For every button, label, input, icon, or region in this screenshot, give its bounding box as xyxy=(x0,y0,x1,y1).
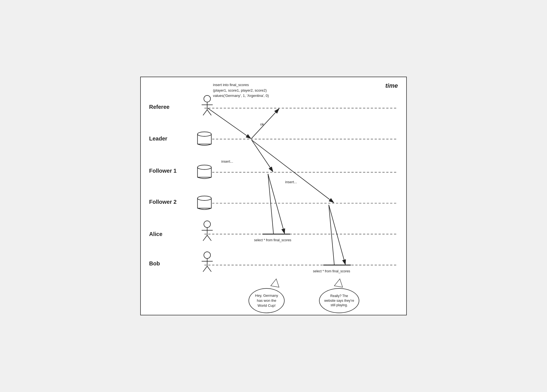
svg-line-20 xyxy=(203,110,207,115)
select-bob-annotation: select * from final_scores xyxy=(313,269,350,273)
follower1-label: Follower 1 xyxy=(149,168,177,174)
svg-rect-22 xyxy=(197,134,211,144)
svg-line-31 xyxy=(203,235,207,241)
svg-point-33 xyxy=(204,252,210,258)
svg-line-37 xyxy=(207,266,211,272)
svg-point-17 xyxy=(204,96,210,102)
insert-query-annotation: insert into final_scores(player1, score1… xyxy=(213,82,269,99)
svg-rect-26 xyxy=(197,198,211,208)
select-alice-annotation: select * from final_scores xyxy=(254,238,291,242)
svg-line-11 xyxy=(268,174,274,234)
follower2-label: Follower 2 xyxy=(149,199,177,205)
svg-line-15 xyxy=(329,205,345,265)
bob-label: Bob xyxy=(149,260,160,267)
svg-rect-24 xyxy=(197,167,211,177)
alice-bubble: Hey, Germanyhas won theWorld Cup! xyxy=(249,288,285,313)
bob-bubble: Really? Thewebsite says they'restill pla… xyxy=(319,288,359,313)
svg-line-32 xyxy=(207,235,211,241)
referee-label: Referee xyxy=(149,104,169,110)
svg-point-28 xyxy=(204,221,210,228)
svg-line-12 xyxy=(268,174,285,233)
svg-point-23 xyxy=(197,132,211,136)
svg-line-36 xyxy=(203,266,207,272)
leader-label: Leader xyxy=(149,135,167,142)
svg-line-14 xyxy=(329,205,334,265)
svg-line-7 xyxy=(208,108,251,138)
ok-annotation: ok xyxy=(260,122,264,126)
svg-point-27 xyxy=(197,196,211,200)
insert-label2: insert... xyxy=(285,180,297,184)
diagram-container: time xyxy=(140,77,407,315)
insert-label1: insert... xyxy=(221,159,233,164)
svg-line-10 xyxy=(252,140,334,203)
svg-line-9 xyxy=(251,140,273,172)
svg-point-25 xyxy=(197,165,211,170)
time-label: time xyxy=(385,82,398,89)
alice-label: Alice xyxy=(149,231,162,237)
diagram-svg xyxy=(141,77,406,315)
svg-line-21 xyxy=(207,110,211,115)
svg-line-8 xyxy=(251,109,279,138)
